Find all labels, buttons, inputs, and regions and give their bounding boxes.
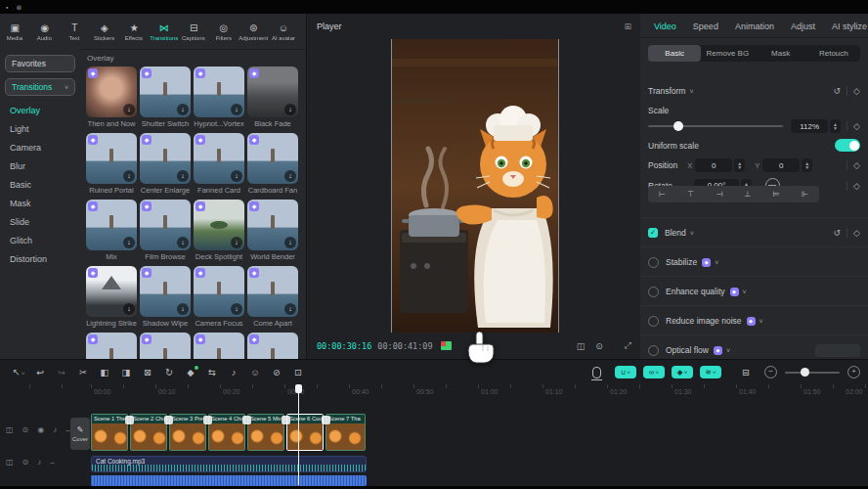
sidebar-category-item[interactable]: Basic bbox=[0, 175, 80, 194]
download-icon[interactable]: ↓ bbox=[284, 170, 296, 182]
inspector-subtab[interactable]: Basic bbox=[648, 45, 701, 62]
transition-card[interactable]: ◆ ↓ Lightning Strike bbox=[86, 266, 137, 328]
position-y-stepper[interactable]: ▲▼ bbox=[802, 158, 812, 172]
transition-thumbnail[interactable]: ◆ ↓ bbox=[86, 333, 137, 359]
transition-card[interactable]: ◆ ↓ bbox=[194, 333, 244, 359]
trim-left-button[interactable]: ◧˅ bbox=[94, 367, 115, 378]
sidebar-category-item[interactable]: Blur bbox=[0, 156, 80, 175]
transition-thumbnail[interactable]: ◆ ↓ bbox=[247, 67, 298, 117]
video-clip[interactable]: Scene 7 Tha bbox=[326, 414, 366, 451]
toolbar-tab[interactable]: ◉ Audio bbox=[30, 22, 61, 41]
trim-right-button[interactable]: ◨˅ bbox=[115, 367, 137, 378]
slider-thumb[interactable] bbox=[673, 121, 683, 131]
toolbar-tab[interactable]: ⋈ Transitions bbox=[150, 22, 180, 41]
window-control-icon[interactable]: ⊗ bbox=[16, 4, 22, 11]
smart-cut-button[interactable]: ◆˅ bbox=[180, 367, 201, 378]
transition-applied-icon[interactable] bbox=[164, 416, 173, 424]
video-clip[interactable]: Scene 5 Mix bbox=[247, 414, 284, 451]
split-button[interactable]: ✂˅ bbox=[72, 367, 94, 378]
playhead-handle[interactable] bbox=[295, 384, 302, 393]
inspector-tab[interactable]: Video bbox=[654, 22, 676, 31]
transition-applied-icon[interactable] bbox=[282, 416, 290, 424]
track-mode-toggle[interactable]: ≋˅ bbox=[700, 366, 721, 378]
track-header-icon[interactable]: ♪ bbox=[37, 458, 41, 467]
chevron-down-icon[interactable]: ˅ bbox=[690, 230, 694, 237]
transition-thumbnail[interactable]: ◆ ↓ bbox=[140, 133, 191, 184]
download-icon[interactable]: ↓ bbox=[123, 237, 135, 248]
align-left-icon[interactable]: ⊢ bbox=[659, 190, 666, 199]
sidebar-category-item[interactable]: Glitch bbox=[0, 231, 80, 249]
window-control-icon[interactable]: ▪ bbox=[6, 4, 8, 11]
transition-thumbnail[interactable]: ◆ ↓ bbox=[247, 333, 298, 359]
sidebar-category-item[interactable]: Mask bbox=[0, 194, 80, 212]
sidebar-category-item[interactable]: Overlay bbox=[0, 101, 80, 119]
optical-flow-action-button[interactable] bbox=[815, 344, 860, 357]
download-icon[interactable]: ↓ bbox=[231, 237, 242, 248]
reset-icon[interactable]: ↺ bbox=[834, 86, 842, 96]
inspector-subtab[interactable]: Remove BG bbox=[701, 45, 754, 62]
keyframe-diamond-icon[interactable]: ◇ bbox=[853, 121, 860, 131]
zoom-out-button[interactable]: − bbox=[764, 366, 777, 378]
track-header-icon[interactable]: ◉ bbox=[37, 425, 44, 434]
position-y-field[interactable]: 0 bbox=[762, 158, 800, 172]
transition-thumbnail[interactable]: ◆ ↓ bbox=[194, 333, 244, 359]
transition-card[interactable]: ◆ ↓ Black Fade bbox=[247, 67, 298, 128]
download-icon[interactable]: ↓ bbox=[177, 237, 189, 248]
transition-card[interactable]: ◆ ↓ Come Apart bbox=[247, 266, 298, 328]
snap-toggle[interactable]: ∪˅ bbox=[615, 366, 636, 378]
fullscreen-icon[interactable]: ⤢ bbox=[625, 340, 631, 351]
toolbar-tab[interactable]: ▣ Media bbox=[0, 22, 30, 41]
player-menu-icon[interactable]: ⊞ bbox=[624, 22, 631, 31]
chevron-down-icon[interactable]: ˅ bbox=[743, 289, 747, 295]
transition-thumbnail[interactable]: ◆ ↓ bbox=[140, 200, 191, 250]
video-clip[interactable]: Scene 4 Cho bbox=[208, 414, 245, 451]
inspector-subtab[interactable]: Retouch bbox=[807, 45, 860, 62]
chroma-key-button[interactable]: ⊘˅ bbox=[266, 367, 287, 378]
transition-thumbnail[interactable]: ◆ ↓ bbox=[86, 266, 137, 317]
audio-detach-button[interactable]: ♪˅ bbox=[223, 367, 244, 378]
position-x-stepper[interactable]: ▲▼ bbox=[734, 158, 745, 172]
microphone-icon[interactable] bbox=[592, 367, 601, 378]
toolbar-tab[interactable]: ⊟ Captions bbox=[179, 22, 209, 41]
reset-icon[interactable]: ↺ bbox=[834, 228, 842, 238]
download-icon[interactable]: ↓ bbox=[177, 170, 189, 182]
toolbar-tab[interactable]: ⊜ Adjustment bbox=[239, 22, 269, 41]
mirror-button[interactable]: ⇆˅ bbox=[201, 367, 223, 378]
chevron-down-icon[interactable]: ˅ bbox=[726, 347, 730, 354]
download-icon[interactable]: ↓ bbox=[123, 303, 135, 315]
video-clip[interactable]: Scene 6 Coo bbox=[286, 414, 324, 451]
download-icon[interactable]: ↓ bbox=[284, 303, 296, 315]
transition-card[interactable]: ◆ ↓ bbox=[86, 333, 137, 359]
transition-applied-icon[interactable] bbox=[125, 416, 134, 424]
sidebar-category-item[interactable]: Light bbox=[0, 119, 80, 138]
scale-value[interactable]: 112% bbox=[791, 119, 828, 133]
keyframe-diamond-icon[interactable]: ◇ bbox=[853, 228, 860, 238]
keyframe-diamond-icon[interactable]: ◇ bbox=[853, 181, 860, 191]
transition-card[interactable]: ◆ ↓ Mix bbox=[86, 200, 137, 261]
transition-card[interactable]: ◆ ↓ Then and Now bbox=[86, 67, 137, 128]
toolbar-tab[interactable]: ◈ Stickers bbox=[90, 22, 120, 41]
section-checkbox[interactable] bbox=[648, 287, 659, 297]
keyframe-diamond-icon[interactable]: ◇ bbox=[853, 160, 860, 170]
transition-card[interactable]: ◆ ↓ Hypnot...Vortex bbox=[194, 67, 244, 128]
sidebar-group-transitions[interactable]: Transitions ˅ bbox=[5, 78, 75, 96]
track-header-icon[interactable]: ◫ bbox=[6, 425, 14, 434]
transition-thumbnail[interactable]: ◆ ↓ bbox=[86, 67, 137, 117]
avatar-button[interactable]: ☺˅ bbox=[244, 367, 266, 378]
toolbar-tab[interactable]: ☺ AI avatar bbox=[269, 22, 299, 41]
transition-thumbnail[interactable]: ◆ ↓ bbox=[140, 67, 191, 117]
toolbar-tab[interactable]: ★ Effects bbox=[119, 22, 150, 41]
track-header-icon[interactable]: ♪ bbox=[53, 425, 57, 434]
transition-thumbnail[interactable]: ◆ ↓ bbox=[140, 266, 191, 317]
position-x-field[interactable]: 0 bbox=[695, 158, 732, 172]
section-checkbox[interactable] bbox=[648, 316, 659, 327]
transition-thumbnail[interactable]: ◆ ↓ bbox=[86, 133, 137, 184]
video-clip[interactable]: Scene 3 Pre bbox=[169, 414, 206, 451]
transition-thumbnail[interactable]: ◆ ↓ bbox=[247, 133, 298, 184]
inspector-tab[interactable]: Speed bbox=[693, 22, 718, 31]
track-header-icon[interactable]: ⊙ bbox=[22, 425, 29, 434]
download-icon[interactable]: ↓ bbox=[177, 104, 189, 115]
transition-card[interactable]: ◆ ↓ Film Browse bbox=[140, 200, 191, 261]
toolbar-tab[interactable]: ◎ Filters bbox=[209, 22, 239, 41]
chevron-down-icon[interactable]: ˅ bbox=[760, 318, 763, 325]
